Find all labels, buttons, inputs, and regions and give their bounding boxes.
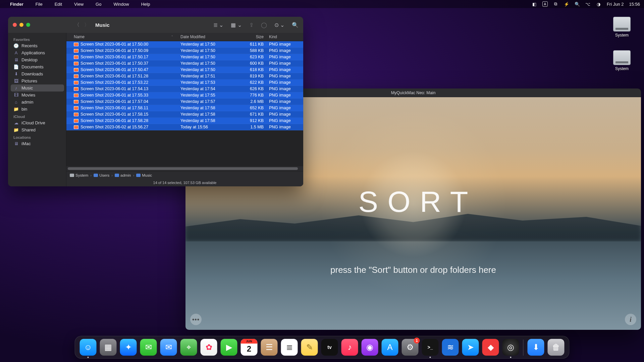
app-info-button[interactable]: i: [625, 314, 636, 325]
spotlight-icon[interactable]: 🔍: [575, 1, 580, 7]
dock-photos[interactable]: ✿: [201, 339, 217, 356]
menu-file[interactable]: File: [36, 2, 43, 7]
path-segment-music[interactable]: Music: [136, 173, 152, 177]
app-menu-button[interactable]: •••: [190, 314, 202, 325]
forward-button[interactable]: 〉: [84, 22, 89, 28]
menu-help[interactable]: Help: [141, 2, 150, 7]
table-row[interactable]: Screen Shot 2023-06-01 at 17.50.00Yester…: [66, 41, 303, 48]
dock-music[interactable]: ♪: [341, 339, 358, 356]
dock-launchpad[interactable]: ▦: [100, 339, 117, 356]
dock-vscode[interactable]: ≋: [442, 339, 459, 356]
table-row[interactable]: Screen Shot 2023-06-01 at 17.54.13Yester…: [66, 86, 303, 92]
dock-anydesk[interactable]: ◆: [482, 339, 499, 356]
table-row[interactable]: Screen Shot 2023-06-01 at 17.58.28Yester…: [66, 118, 303, 124]
dock[interactable]: ☺▦✦✉✉⌖✿▶JUN2☰≣✎tv♪◉A⚙1>_≋➤◆◎⬇🗑: [75, 336, 570, 359]
desktop-drive-0[interactable]: System: [608, 17, 635, 38]
horizontal-scrollbar[interactable]: [66, 166, 303, 171]
menubar-time[interactable]: 15:56: [629, 2, 640, 7]
sidebar-item-admin[interactable]: ⌂admin: [11, 99, 64, 106]
tags-button[interactable]: ◯: [261, 22, 267, 28]
dock-telegram[interactable]: ➤: [462, 339, 479, 356]
table-row[interactable]: Screen Shot 2023-06-01 at 17.50.47Yester…: [66, 67, 303, 73]
group-button[interactable]: ▦ ⌄: [231, 22, 241, 28]
menu-edit[interactable]: Edit: [55, 2, 62, 7]
menubar-date[interactable]: Fri Jun 2: [607, 2, 624, 7]
table-row[interactable]: Screen Shot 2023-06-01 at 17.55.33Yester…: [66, 92, 303, 99]
table-row[interactable]: Screen Shot 2023-06-02 at 15.56.27Today …: [66, 124, 303, 130]
dock-calendar[interactable]: JUN2: [241, 339, 258, 356]
dock-settings[interactable]: ⚙1: [402, 339, 419, 356]
table-row[interactable]: Screen Shot 2023-06-01 at 17.58.11Yester…: [66, 105, 303, 111]
dock-reminders[interactable]: ≣: [281, 339, 298, 356]
finder-titlebar[interactable]: 〈 〉 Music ≣ ⌄ ▦ ⌄ ⇪ ◯ ⊙ ⌄ 🔍: [8, 17, 303, 33]
column-name[interactable]: Name˄: [66, 33, 178, 41]
table-row[interactable]: Screen Shot 2023-06-01 at 17.51.28Yester…: [66, 73, 303, 79]
menu-go[interactable]: Go: [96, 2, 101, 7]
path-segment-admin[interactable]: admin: [115, 173, 131, 177]
zoom-button[interactable]: [26, 23, 30, 27]
column-kind[interactable]: Kind: [266, 33, 303, 41]
file-rows[interactable]: Screen Shot 2023-06-01 at 17.50.00Yester…: [66, 41, 303, 166]
sort-button[interactable]: SORT: [349, 185, 478, 219]
dock-appstore[interactable]: A: [382, 339, 398, 356]
desktop-drive-1[interactable]: System: [608, 50, 635, 71]
sidebar-item-bin[interactable]: 📁bin: [11, 106, 64, 113]
sidebar-item-movies[interactable]: 🎞Movies: [11, 92, 64, 99]
siri-icon[interactable]: ◑: [596, 1, 601, 7]
sidebar-item-downloads[interactable]: ⬇Downloads: [11, 70, 64, 77]
dock-podcasts[interactable]: ◉: [362, 339, 378, 356]
sidebar-item-documents[interactable]: 📄Documents: [11, 63, 64, 70]
path-bar[interactable]: System›Users›admin›Music: [66, 171, 303, 179]
dock-facetime[interactable]: ▶: [221, 339, 237, 356]
finder-sidebar[interactable]: Favorites🕘RecentsAApplications🖥Desktop📄D…: [8, 33, 66, 186]
path-segment-system[interactable]: System: [70, 173, 88, 177]
sidebar-item-music[interactable]: ♪Music: [11, 84, 64, 92]
control-center-icon[interactable]: ⌥: [585, 1, 591, 7]
dock-downloads-stack[interactable]: ⬇: [528, 339, 544, 356]
dock-maps[interactable]: ⌖: [180, 339, 197, 356]
table-row[interactable]: Screen Shot 2023-06-01 at 17.53.22Yester…: [66, 79, 303, 86]
dock-notes[interactable]: ✎: [301, 339, 318, 356]
dock-messages[interactable]: ✉: [140, 339, 157, 356]
dock-safari[interactable]: ✦: [120, 339, 137, 356]
menu-view[interactable]: View: [74, 2, 84, 7]
sidebar-item-shared[interactable]: 📁Shared: [11, 126, 64, 133]
menubar-extra-icon[interactable]: ◧: [532, 1, 537, 7]
app-icon: A: [13, 50, 19, 55]
sidebar-item-applications[interactable]: AApplications: [11, 49, 64, 56]
scrollbar-thumb[interactable]: [68, 167, 298, 170]
action-button[interactable]: ⊙ ⌄: [274, 22, 284, 28]
path-segment-users[interactable]: Users: [94, 173, 109, 177]
dock-mail[interactable]: ✉: [160, 339, 177, 356]
app-menu[interactable]: Finder: [10, 2, 23, 7]
dock-contacts[interactable]: ☰: [261, 339, 278, 356]
battery-icon[interactable]: ⚡: [564, 1, 569, 7]
dock-myquickmac[interactable]: ◎: [502, 339, 519, 356]
dock-finder[interactable]: ☺: [80, 339, 97, 356]
search-button[interactable]: 🔍: [292, 22, 299, 28]
table-row[interactable]: Screen Shot 2023-06-01 at 17.50.09Yester…: [66, 48, 303, 54]
sidebar-item-desktop[interactable]: 🖥Desktop: [11, 56, 64, 63]
close-button[interactable]: [13, 23, 17, 27]
dock-tv[interactable]: tv: [321, 339, 338, 356]
menu-window[interactable]: Window: [113, 2, 129, 7]
stage-manager-icon[interactable]: ⧉: [553, 1, 558, 7]
view-mode-button[interactable]: ≣ ⌄: [213, 22, 223, 28]
dock-terminal[interactable]: >_: [422, 339, 439, 356]
table-row[interactable]: Screen Shot 2023-06-01 at 17.58.15Yester…: [66, 111, 303, 118]
sidebar-item-imac[interactable]: 🖥iMac: [11, 140, 64, 147]
table-row[interactable]: Screen Shot 2023-06-01 at 17.50.37Yester…: [66, 60, 303, 67]
input-source-icon[interactable]: A: [542, 1, 548, 7]
sidebar-item-pictures[interactable]: 🖼Pictures: [11, 77, 64, 84]
table-row[interactable]: Screen Shot 2023-06-01 at 17.50.17Yester…: [66, 54, 303, 60]
sidebar-item-recents[interactable]: 🕘Recents: [11, 42, 64, 49]
back-button[interactable]: 〈: [74, 22, 79, 28]
table-row[interactable]: Screen Shot 2023-06-01 at 17.57.04Yester…: [66, 99, 303, 105]
share-button[interactable]: ⇪: [249, 22, 254, 28]
column-date[interactable]: Date Modified: [178, 33, 237, 41]
finder-window[interactable]: 〈 〉 Music ≣ ⌄ ▦ ⌄ ⇪ ◯ ⊙ ⌄ 🔍 Favorites🕘Re…: [8, 17, 303, 186]
sidebar-item-icloud-drive[interactable]: ☁iCloud Drive: [11, 119, 64, 126]
dock-trash[interactable]: 🗑: [548, 339, 565, 356]
minimize-button[interactable]: [19, 23, 23, 27]
column-size[interactable]: Size: [237, 33, 266, 41]
